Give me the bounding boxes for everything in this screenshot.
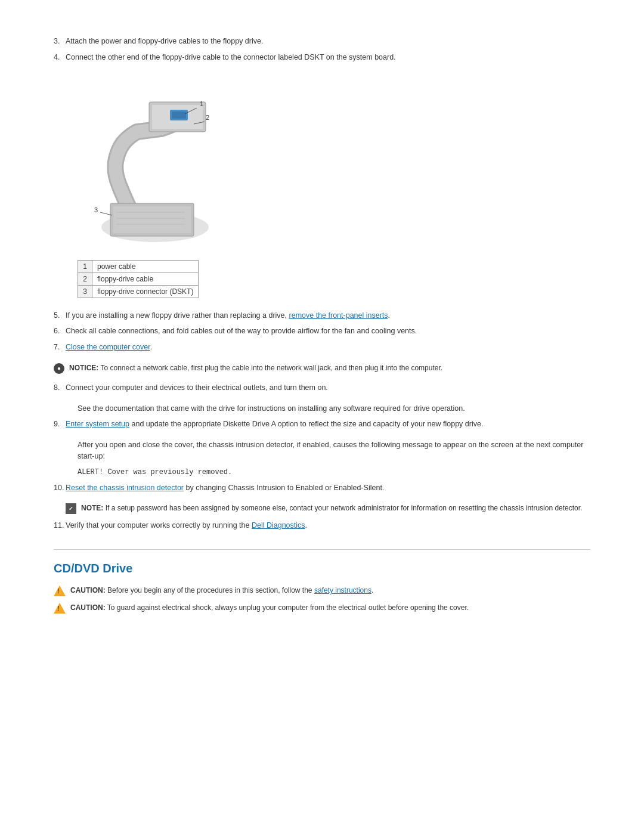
step-8: 8. Connect your computer and devices to … xyxy=(54,382,590,394)
svg-text:1: 1 xyxy=(200,100,203,107)
caution-1-text: CAUTION: Before you begin any of the pro… xyxy=(70,585,373,596)
step-9-text-after: and update the appropriate Diskette Driv… xyxy=(129,420,483,428)
step-7-link[interactable]: Close the computer cover xyxy=(66,343,150,351)
notice-text: NOTICE: To connect a network cable, firs… xyxy=(69,363,442,373)
part-label-3: floppy-drive connector (DSKT) xyxy=(92,285,199,298)
step-9-num: 9. xyxy=(54,419,60,430)
steps-list: 3. Attach the power and floppy-drive cab… xyxy=(54,36,590,63)
step8-extra: See the documentation that came with the… xyxy=(78,403,590,414)
step-4: 4. Connect the other end of the floppy-d… xyxy=(54,52,590,63)
step-5-num: 5. xyxy=(54,310,60,321)
step-3: 3. Attach the power and floppy-drive cab… xyxy=(54,36,590,47)
caution-icon-1 xyxy=(54,586,66,596)
step-11-text-plain: Verify that your computer works correctl… xyxy=(66,521,252,529)
part-label-1: power cable xyxy=(92,260,199,272)
notice-block: ● NOTICE: To connect a network cable, fi… xyxy=(54,363,590,374)
svg-text:2: 2 xyxy=(206,114,209,121)
svg-text:3: 3 xyxy=(94,206,98,213)
step-6: 6. Check all cable connections, and fold… xyxy=(54,326,590,337)
step-10: 10. Reset the chassis intrusion detector… xyxy=(54,482,590,494)
caution-1-plain: Before you begin any of the procedures i… xyxy=(106,586,314,594)
note-label: NOTE: xyxy=(81,504,103,512)
step-8-num: 8. xyxy=(54,382,60,394)
step-6-text: Check all cable connections, and fold ca… xyxy=(66,327,417,335)
step-5: 5. If you are installing a new floppy dr… xyxy=(54,310,590,321)
caution-1-link[interactable]: safety instructions xyxy=(314,586,371,594)
step-10-link[interactable]: Reset the chassis intrusion detector xyxy=(66,484,184,492)
parts-row-3: 3 floppy-drive connector (DSKT) xyxy=(78,285,199,298)
step-4-text: Connect the other end of the floppy-driv… xyxy=(66,53,396,61)
notice-body: To connect a network cable, first plug t… xyxy=(98,364,442,372)
step9-extra-1: After you open and close the cover, the … xyxy=(78,439,590,462)
step-7: 7. Close the computer cover. xyxy=(54,342,590,353)
caution-2-label: CAUTION: xyxy=(70,603,106,612)
step-4-num: 4. xyxy=(54,52,60,63)
caution-1-after: . xyxy=(371,586,373,594)
section-title: CD/DVD Drive xyxy=(54,562,590,575)
step-10-num: 10. xyxy=(54,482,64,494)
step-11-text-after: . xyxy=(305,521,307,529)
step-6-num: 6. xyxy=(54,326,60,337)
floppy-drive-diagram: 1 2 3 xyxy=(78,75,590,248)
step-7-text-after: . xyxy=(150,343,152,351)
step-8-list: 8. Connect your computer and devices to … xyxy=(54,382,590,394)
notice-icon: ● xyxy=(54,363,64,374)
caution-2-text: CAUTION: To guard against electrical sho… xyxy=(70,602,469,613)
step-5-link[interactable]: remove the front-panel inserts xyxy=(289,311,388,320)
step-9: 9. Enter system setup and update the app… xyxy=(54,419,590,430)
note-block: ✓ NOTE: If a setup password has been ass… xyxy=(66,503,590,514)
step-5-text-after: . xyxy=(388,311,390,320)
section-divider xyxy=(54,549,590,550)
caution-1-label: CAUTION: xyxy=(70,586,106,594)
notice-label: NOTICE: xyxy=(69,364,98,372)
step-10-text-after: by changing Chassis Intrusion to Enabled… xyxy=(184,484,384,492)
parts-row-2: 2 floppy-drive cable xyxy=(78,272,199,285)
step-11: 11. Verify that your computer works corr… xyxy=(54,520,590,531)
svg-rect-10 xyxy=(113,206,191,233)
content-area: 3. Attach the power and floppy-drive cab… xyxy=(54,36,590,614)
part-num-1: 1 xyxy=(78,260,92,272)
part-num-2: 2 xyxy=(78,272,92,285)
step-5-text-plain: If you are installing a new floppy drive… xyxy=(66,311,289,320)
step-9-link[interactable]: Enter system setup xyxy=(66,420,129,428)
step-7-num: 7. xyxy=(54,342,60,353)
step-3-num: 3. xyxy=(54,36,60,47)
alert-text: ALERT! Cover was previously removed. xyxy=(78,468,590,476)
step-3-text: Attach the power and floppy-drive cables… xyxy=(66,37,263,45)
part-num-3: 3 xyxy=(78,285,92,298)
step-11-link[interactable]: Dell Diagnostics xyxy=(252,521,305,529)
step-11-num: 11. xyxy=(54,520,64,531)
svg-rect-4 xyxy=(172,112,186,119)
parts-table: 1 power cable 2 floppy-drive cable 3 flo… xyxy=(78,260,199,298)
diagram-svg: 1 2 3 xyxy=(78,75,233,248)
note-body: If a setup password has been assigned by… xyxy=(103,504,582,512)
step-8-text: Connect your computer and devices to the… xyxy=(66,383,328,392)
step-9-list: 9. Enter system setup and update the app… xyxy=(54,419,590,430)
step-10-list: 10. Reset the chassis intrusion detector… xyxy=(54,482,590,494)
steps-list-2: 5. If you are installing a new floppy dr… xyxy=(54,310,590,353)
caution-block-1: CAUTION: Before you begin any of the pro… xyxy=(54,585,590,596)
caution-2-body: To guard against electrical shock, alway… xyxy=(106,603,469,612)
caution-icon-2 xyxy=(54,603,66,614)
part-label-2: floppy-drive cable xyxy=(92,272,199,285)
step-11-list: 11. Verify that your computer works corr… xyxy=(54,520,590,531)
note-icon: ✓ xyxy=(66,503,76,514)
caution-block-2: CAUTION: To guard against electrical sho… xyxy=(54,602,590,614)
note-text: NOTE: If a setup password has been assig… xyxy=(81,503,582,513)
parts-row-1: 1 power cable xyxy=(78,260,199,272)
